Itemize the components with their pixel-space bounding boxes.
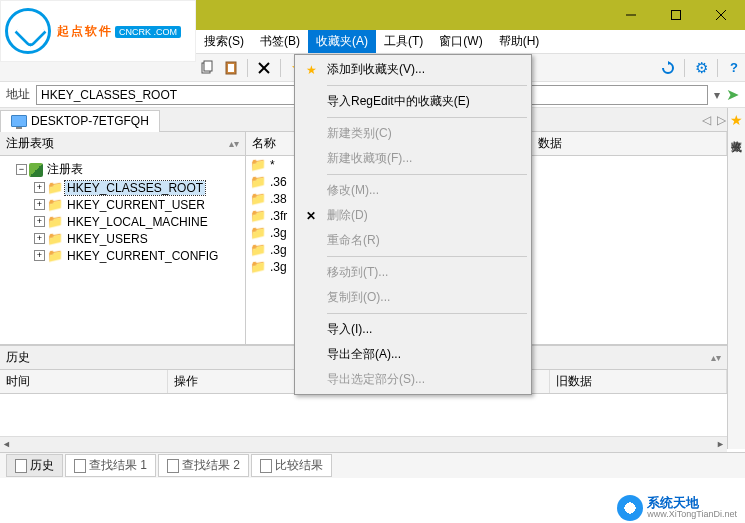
tab-prev-button[interactable]: ◁: [700, 113, 713, 127]
toolbar-settings-button[interactable]: ⚙: [690, 57, 712, 79]
svg-rect-1: [671, 11, 680, 20]
tree-node-hklm[interactable]: +📁HKEY_LOCAL_MACHINE: [2, 213, 243, 230]
star-icon: ★: [303, 63, 319, 77]
expand-icon[interactable]: +: [34, 216, 45, 227]
menu-delete: ✕删除(D): [297, 203, 529, 228]
menu-copy-to: 复制到(O)...: [297, 285, 529, 310]
folder-icon: 📁: [47, 180, 63, 195]
branding-watermark: 系统天地 www.XiTongTianDi.net: [617, 495, 737, 521]
col-data-header[interactable]: 数据: [532, 132, 727, 155]
menu-favorites[interactable]: 收藏夹(A): [308, 30, 376, 53]
logo-icon: [5, 8, 51, 54]
expand-icon[interactable]: +: [34, 250, 45, 261]
history-col-old[interactable]: 旧数据: [550, 370, 727, 393]
toolbar-help-button[interactable]: ?: [723, 57, 745, 79]
bottom-tab-compare[interactable]: 比较结果: [251, 454, 332, 477]
gear-icon: [617, 495, 643, 521]
favorites-sidepanel[interactable]: ★ 收藏夹: [727, 108, 745, 449]
svg-rect-7: [228, 64, 234, 72]
toolbar-refresh-button[interactable]: [657, 57, 679, 79]
folder-icon: 📁: [250, 225, 266, 240]
folder-icon: 📁: [250, 191, 266, 206]
minimize-button[interactable]: [608, 1, 653, 29]
address-dropdown[interactable]: ▾: [714, 88, 720, 102]
panel-collapse-button[interactable]: ▴▾: [229, 138, 239, 149]
bottom-tab-search2[interactable]: 查找结果 2: [158, 454, 249, 477]
folder-icon: 📁: [47, 231, 63, 246]
menu-window[interactable]: 窗口(W): [431, 30, 490, 53]
expand-icon[interactable]: +: [34, 182, 45, 193]
folder-icon: 📁: [47, 248, 63, 263]
history-col-time[interactable]: 时间: [0, 370, 168, 393]
address-label: 地址: [6, 86, 30, 103]
menu-search[interactable]: 搜索(S): [196, 30, 252, 53]
folder-icon: 📁: [47, 214, 63, 229]
close-button[interactable]: [698, 1, 743, 29]
menu-help[interactable]: 帮助(H): [491, 30, 548, 53]
maximize-button[interactable]: [653, 1, 698, 29]
history-body[interactable]: [0, 394, 727, 436]
svg-rect-5: [204, 61, 212, 71]
star-icon: ★: [730, 112, 743, 128]
folder-icon: 📁: [250, 259, 266, 274]
toolbar-copy-button[interactable]: [196, 57, 218, 79]
menu-rename: 重命名(R): [297, 228, 529, 253]
address-go-button[interactable]: ➤: [726, 85, 739, 104]
close-icon: ✕: [303, 209, 319, 223]
document-icon: [15, 459, 27, 473]
menu-modify: 修改(M)...: [297, 178, 529, 203]
expand-icon[interactable]: −: [16, 164, 27, 175]
menu-bookmarks[interactable]: 书签(B): [252, 30, 308, 53]
logo-badge: CNCRK .COM: [115, 26, 181, 38]
bottom-tab-history[interactable]: 历史: [6, 454, 63, 477]
document-icon: [260, 459, 272, 473]
registry-tree[interactable]: −注册表 +📁HKEY_CLASSES_ROOT +📁HKEY_CURRENT_…: [0, 156, 245, 344]
bottom-tab-search1[interactable]: 查找结果 1: [65, 454, 156, 477]
menu-export-all[interactable]: 导出全部(A)...: [297, 342, 529, 367]
folder-icon: 📁: [250, 157, 266, 172]
favorites-dropdown: ★添加到收藏夹(V)... 导入RegEdit中的收藏夹(E) 新建类别(C) …: [294, 54, 532, 395]
tree-node-hkcc[interactable]: +📁HKEY_CURRENT_CONFIG: [2, 247, 243, 264]
folder-icon: 📁: [250, 174, 266, 189]
menu-new-favorite: 新建收藏项(F)...: [297, 146, 529, 171]
expand-icon[interactable]: +: [34, 199, 45, 210]
tree-node-hkcu[interactable]: +📁HKEY_CURRENT_USER: [2, 196, 243, 213]
registry-tree-panel: 注册表项 ▴▾ −注册表 +📁HKEY_CLASSES_ROOT +📁HKEY_…: [0, 132, 246, 344]
tab-desktop[interactable]: DESKTOP-7ETGFQH: [0, 110, 160, 132]
toolbar-delete-button[interactable]: [253, 57, 275, 79]
document-icon: [167, 459, 179, 473]
tree-node-hku[interactable]: +📁HKEY_USERS: [2, 230, 243, 247]
document-icon: [74, 459, 86, 473]
brand-cn: 系统天地: [647, 496, 737, 510]
expand-icon[interactable]: +: [34, 233, 45, 244]
menu-import[interactable]: 导入(I)...: [297, 317, 529, 342]
menu-import-regedit[interactable]: 导入RegEdit中的收藏夹(E): [297, 89, 529, 114]
folder-icon: 📁: [47, 197, 63, 212]
monitor-icon: [11, 115, 27, 127]
menu-tools[interactable]: 工具(T): [376, 30, 431, 53]
folder-icon: 📁: [250, 208, 266, 223]
logo-text-cn: 起点软件: [57, 23, 113, 40]
registry-icon: [29, 163, 43, 177]
menu-move-to: 移动到(T)...: [297, 260, 529, 285]
tab-label: DESKTOP-7ETGFQH: [31, 114, 149, 128]
tree-node-hkcr[interactable]: +📁HKEY_CLASSES_ROOT: [2, 179, 243, 196]
menu-export-selected: 导出选定部分(S)...: [297, 367, 529, 392]
toolbar-paste-button[interactable]: [220, 57, 242, 79]
logo-watermark: 起点软件CNCRK .COM: [0, 0, 196, 62]
tree-root[interactable]: −注册表: [2, 160, 243, 179]
tree-panel-header: 注册表项 ▴▾: [0, 132, 245, 156]
panel-collapse-button[interactable]: ▴▾: [711, 352, 721, 363]
menu-add-favorite[interactable]: ★添加到收藏夹(V)...: [297, 57, 529, 82]
folder-icon: 📁: [250, 242, 266, 257]
bottom-tabbar: 历史 查找结果 1 查找结果 2 比较结果: [0, 452, 745, 478]
brand-en: www.XiTongTianDi.net: [647, 510, 737, 520]
menu-new-category: 新建类别(C): [297, 121, 529, 146]
history-scrollbar[interactable]: [0, 436, 727, 452]
